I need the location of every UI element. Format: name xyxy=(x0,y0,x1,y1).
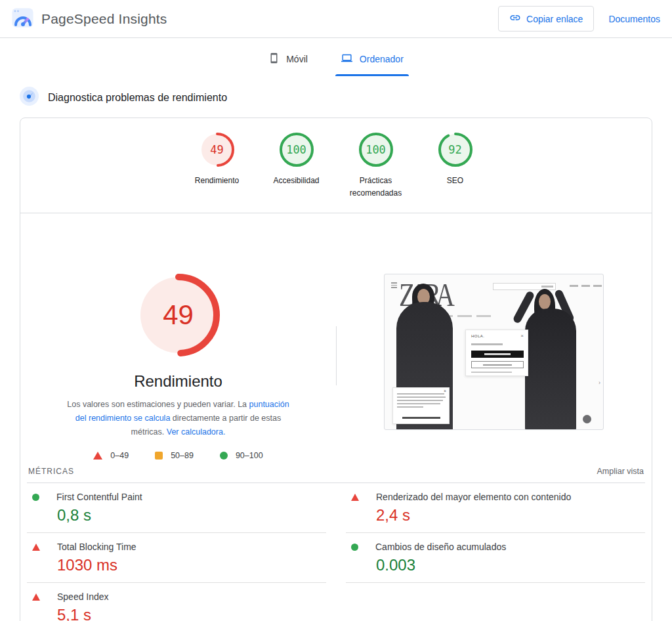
category-scores: 49 Rendimiento 100 Accesibilidad 100 Prá… xyxy=(20,118,652,213)
thumb-cookie-close-icon: × xyxy=(444,389,446,393)
legend-range: 0–49 xyxy=(110,451,129,460)
thumb-geo-modal: HOLA. × xyxy=(465,330,528,376)
thumb-modal-secondary-button xyxy=(471,361,524,368)
copy-link-button[interactable]: Copiar enlace xyxy=(498,6,594,32)
report-card: 49 Rendimiento 100 Accesibilidad 100 Prá… xyxy=(20,118,652,621)
score-gauge: 49 xyxy=(200,133,234,167)
desc-text-1: Los valores son estimaciones y pueden va… xyxy=(67,400,249,409)
tab-ordenador[interactable]: Ordenador xyxy=(334,47,410,76)
score-value: 100 xyxy=(280,133,314,167)
device-tabbar: Móvil Ordenador xyxy=(0,38,672,76)
metric-value: 1030 ms xyxy=(57,556,326,574)
app-header: PageSpeed Insights Copiar enlace Documen… xyxy=(0,0,672,38)
legend-circle-icon xyxy=(220,452,228,460)
metric-2: Total Blocking Time 1030 ms xyxy=(27,533,326,583)
metrics-grid: First Contentful Paint 0,8 s Renderizado… xyxy=(20,483,652,621)
score-label: Prácticas recomendadas xyxy=(336,175,415,200)
metric-value: 5,1 s xyxy=(57,606,326,621)
metric-name: Speed Index xyxy=(57,591,109,602)
metric-value: 2,4 s xyxy=(376,506,645,525)
metric-4: Speed Index 5,1 s xyxy=(27,583,326,621)
thumb-modal-close-icon: × xyxy=(520,333,524,339)
metric-3: Cambios de diseño acumulados 0.003 xyxy=(346,533,645,583)
copy-link-label: Copiar enlace xyxy=(526,14,583,24)
score-value: 92 xyxy=(438,133,472,167)
page-screenshot-thumbnail: ZARA xyxy=(384,274,604,430)
calculator-link[interactable]: Ver calculadora. xyxy=(167,427,226,437)
performance-column: 49 Rendimiento Los valores son estimacio… xyxy=(20,213,336,460)
legend-item: 0–49 xyxy=(93,451,129,460)
score-gauge: 92 xyxy=(438,133,472,167)
thumb-cookie-banner: × xyxy=(392,387,450,424)
diagnose-section-header: Diagnostica problemas de rendimiento xyxy=(0,87,672,108)
legend-triangle-icon xyxy=(93,452,102,460)
legend-range: 90–100 xyxy=(236,451,263,460)
metric-status-circle-icon xyxy=(351,544,358,551)
score-item-0: 49 Rendimiento xyxy=(177,133,257,200)
metric-name: Total Blocking Time xyxy=(57,542,136,552)
score-item-2: 100 Prácticas recomendadas xyxy=(336,133,415,200)
pagespeed-logo-icon xyxy=(12,8,33,30)
tab-ordenador-label: Ordenador xyxy=(360,54,404,64)
score-item-3: 92 SEO xyxy=(415,133,495,200)
link-icon xyxy=(509,12,521,26)
thumb-modal-title: HOLA. xyxy=(471,334,485,338)
score-label: Accesibilidad xyxy=(273,175,319,187)
metric-status-triangle-icon xyxy=(32,544,40,551)
metric-0: First Contentful Paint 0,8 s xyxy=(27,483,326,533)
performance-description: Los valores son estimaciones y pueden va… xyxy=(64,398,293,439)
documentation-link[interactable]: Documentos xyxy=(608,14,660,24)
metric-name: Renderizado del mayor elemento con conte… xyxy=(376,492,571,502)
score-gauge: 49 xyxy=(137,274,220,356)
metric-status-triangle-icon xyxy=(32,593,40,601)
metric-name: Cambios de diseño acumulados xyxy=(375,542,506,552)
score-legend: 0–49 50–89 90–100 xyxy=(93,451,262,460)
report-columns: 49 Rendimiento Los valores son estimacio… xyxy=(20,213,652,460)
desktop-icon xyxy=(341,53,353,66)
legend-range: 50–89 xyxy=(171,451,194,460)
metric-value: 0,8 s xyxy=(57,506,326,525)
column-divider xyxy=(336,326,337,385)
performance-gauge-title: Rendimiento xyxy=(134,372,222,391)
tab-movil-label: Móvil xyxy=(286,54,308,64)
metric-value: 0.003 xyxy=(376,556,645,574)
gauge-icon xyxy=(20,87,39,108)
app-logo-link[interactable]: PageSpeed Insights xyxy=(12,8,167,30)
score-label: Rendimiento xyxy=(195,175,239,187)
tab-movil[interactable]: Móvil xyxy=(262,47,314,76)
legend-item: 50–89 xyxy=(155,451,194,460)
smartphone-icon xyxy=(268,53,280,66)
performance-gauge-container: 49 xyxy=(137,274,220,359)
section-title: Diagnostica problemas de rendimiento xyxy=(48,92,227,104)
expand-view-link[interactable]: Ampliar vista xyxy=(597,467,644,476)
metric-empty-cell xyxy=(346,583,645,621)
active-tab-underline xyxy=(335,74,409,77)
thumb-cookie-reject-link xyxy=(402,417,440,419)
thumb-modal-primary-button xyxy=(471,351,524,358)
metrics-header: MÉTRICAS Ampliar vista xyxy=(20,460,652,482)
metrics-heading: MÉTRICAS xyxy=(28,467,74,476)
score-label: SEO xyxy=(447,175,463,187)
score-gauge: 100 xyxy=(280,133,314,167)
app-title: PageSpeed Insights xyxy=(41,11,167,27)
score-item-1: 100 Accesibilidad xyxy=(257,133,336,200)
legend-square-icon xyxy=(155,452,163,460)
metric-status-circle-icon xyxy=(32,494,39,501)
score-value: 49 xyxy=(137,274,220,356)
metric-1: Renderizado del mayor elemento con conte… xyxy=(346,483,645,533)
screenshot-column: ZARA xyxy=(336,213,652,460)
score-value: 100 xyxy=(359,133,393,167)
legend-item: 90–100 xyxy=(220,451,263,460)
score-gauge: 100 xyxy=(359,133,393,167)
thumb-carousel-next-icon: › xyxy=(598,379,600,386)
score-value: 49 xyxy=(200,133,234,167)
metric-name: First Contentful Paint xyxy=(56,492,142,502)
metric-status-triangle-icon xyxy=(351,494,359,501)
